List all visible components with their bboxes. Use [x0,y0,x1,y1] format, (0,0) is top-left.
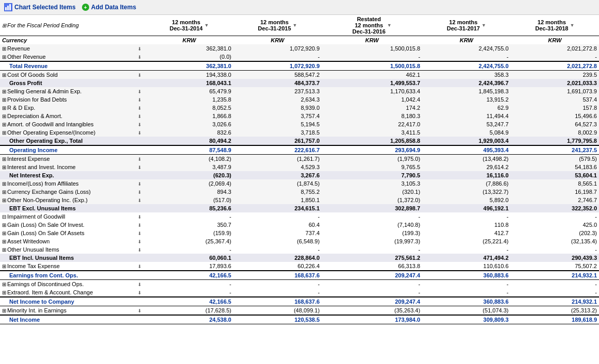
row-value: 1,072,920.9 [234,44,322,53]
expand-icon[interactable]: ⊞ [2,282,6,287]
sort-icon[interactable] [134,254,145,262]
expand-icon[interactable]: ⊞ [2,54,6,60]
expand-icon[interactable]: ⊞ [2,130,6,136]
add-data-button[interactable]: + Add Data Items [82,4,136,11]
sort-arrow[interactable]: ⬇ [138,308,142,313]
sort-icon[interactable]: ⬇ [134,95,145,104]
dropdown-2018[interactable]: ▼ [570,23,574,28]
sort-arrow[interactable]: ⬇ [138,282,142,287]
sort-arrow[interactable]: ⬇ [138,290,142,295]
row-value: - [511,288,599,297]
expand-icon[interactable]: ⊞ [2,113,6,119]
sort-icon[interactable] [134,204,145,212]
expand-icon[interactable]: ⊞ [2,230,6,236]
expand-icon[interactable]: ⊞ [2,105,6,111]
sort-icon[interactable]: ⬇ [134,179,145,188]
row-value: 222,616.7 [234,145,322,155]
expand-icon[interactable]: ⊞ [2,89,6,94]
dropdown-2014[interactable]: ▼ [204,23,209,28]
sort-arrow[interactable]: ⬇ [138,214,142,220]
financial-table: ⊞ For the Fiscal Period Ending 12 months… [0,15,599,324]
expand-icon[interactable]: ⊞ [2,122,6,127]
chart-button[interactable]: Chart Selected Items [4,3,76,11]
expand-icon[interactable]: ⊞ [2,239,6,244]
sort-arrow[interactable]: ⬇ [138,231,142,236]
table-row: ⊞Provision for Bad Debts⬇1,235.82,634.31… [0,95,599,104]
sort-icon[interactable]: ⬇ [134,196,145,204]
sort-icon[interactable]: ⬇ [134,262,145,271]
sort-arrow[interactable]: ⬇ [138,223,142,228]
sort-icon[interactable]: ⬇ [134,221,145,229]
expand-icon[interactable]: ⊞ [2,247,6,253]
sort-icon[interactable]: ⬇ [134,128,145,137]
expand-icon[interactable]: ⊞ [2,164,6,170]
sort-icon[interactable]: ⬇ [134,237,145,245]
expand-icon[interactable]: ⊞ [2,263,6,269]
sort-icon[interactable]: ⬇ [134,163,145,171]
sort-arrow[interactable]: ⬇ [138,114,142,119]
row-label: ⊞Currency Exchange Gains (Loss) [0,188,134,196]
expand-icon[interactable]: ⊞ [2,189,6,195]
sort-icon[interactable]: ⬇ [134,212,145,221]
sort-icon[interactable]: ⬇ [134,280,145,289]
dropdown-2016[interactable]: ▼ [387,23,392,28]
expand-header-icon[interactable]: ⊞ [2,23,6,28]
sort-arrow[interactable]: ⬇ [138,73,142,78]
sort-icon[interactable] [134,271,145,280]
expand-icon[interactable]: ⊞ [2,46,6,52]
sort-arrow[interactable]: ⬇ [138,198,142,203]
sort-icon[interactable]: ⬇ [134,71,145,79]
sort-arrow[interactable]: ⬇ [138,181,142,187]
sort-icon[interactable] [134,297,145,306]
sort-icon[interactable]: ⬇ [134,44,145,53]
sort-arrow[interactable]: ⬇ [138,55,142,60]
sort-icon[interactable]: ⬇ [134,229,145,237]
sort-arrow[interactable]: ⬇ [138,239,142,244]
sort-arrow[interactable]: ⬇ [138,264,142,269]
currency-2017: KRW [422,36,510,45]
expand-icon[interactable]: ⊞ [2,290,6,295]
sort-arrow[interactable]: ⬇ [138,97,142,103]
sort-icon[interactable]: ⬇ [134,87,145,95]
sort-icon[interactable] [134,79,145,87]
sort-icon[interactable] [134,137,145,145]
sort-arrow[interactable]: ⬇ [138,247,142,253]
expand-icon[interactable]: ⊞ [2,197,6,203]
sort-icon[interactable]: ⬇ [134,155,145,163]
sort-icon[interactable]: ⬇ [134,245,145,254]
sort-icon[interactable]: ⬇ [134,188,145,196]
expand-icon[interactable]: ⊞ [2,156,6,162]
sort-icon[interactable]: ⬇ [134,288,145,297]
sort-arrow[interactable]: ⬇ [138,157,142,162]
sort-icon[interactable]: ⬇ [134,112,145,120]
sort-icon[interactable]: ⬇ [134,306,145,316]
row-value: 239.5 [511,71,599,79]
sort-icon[interactable]: ⬇ [134,120,145,128]
sort-arrow[interactable]: ⬇ [138,122,142,127]
sort-icon[interactable]: ⬇ [134,104,145,112]
sort-icon[interactable] [134,315,145,324]
sort-arrow[interactable]: ⬇ [138,190,142,195]
sort-icon[interactable] [134,145,145,155]
sort-arrow[interactable]: ⬇ [138,130,142,136]
header-col-2017: 12 monthsDec-31-2017 ▼ [422,15,510,36]
dropdown-2017[interactable]: ▼ [481,23,486,28]
sort-arrow[interactable]: ⬇ [138,89,142,94]
row-value: 5,084.9 [422,128,510,137]
expand-icon[interactable]: ⊟ [2,214,6,220]
sort-icon[interactable] [134,171,145,179]
expand-icon[interactable]: ⊞ [2,222,6,228]
row-value: 62.9 [422,104,510,112]
row-value: 214,932.1 [511,271,599,280]
sort-icon[interactable]: ⬇ [134,53,145,61]
expand-icon[interactable]: ⊞ [2,181,6,187]
sort-arrow[interactable]: ⬇ [138,46,142,52]
sort-arrow[interactable]: ⬇ [138,165,142,170]
dropdown-2015[interactable]: ▼ [293,23,297,28]
sort-arrow[interactable]: ⬇ [138,106,142,111]
expand-icon[interactable]: ⊞ [2,308,6,313]
expand-icon[interactable]: ⊞ [2,72,6,78]
table-row: Earnings from Cont. Ops.42,166.5168,637.… [0,271,599,280]
expand-icon[interactable]: ⊞ [2,97,6,103]
sort-icon[interactable] [134,61,145,71]
